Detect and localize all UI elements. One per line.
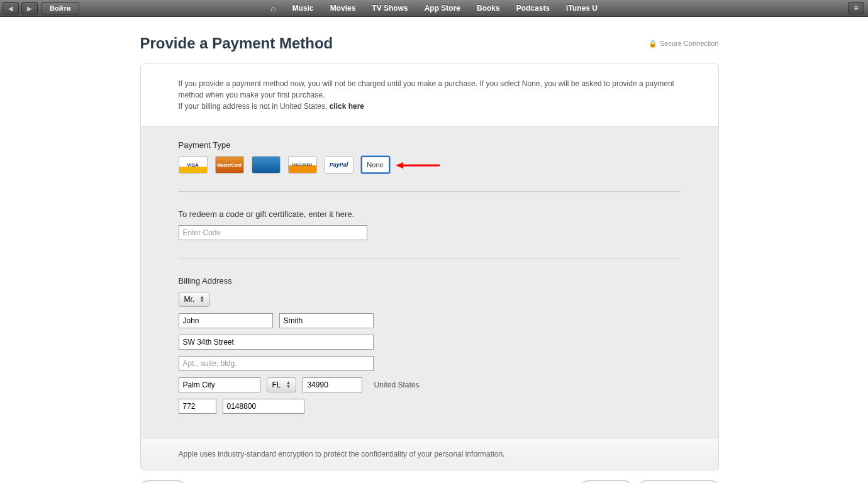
svg-marker-1 xyxy=(396,162,403,169)
last-name-input[interactable] xyxy=(279,313,374,328)
intro-line2-text: If your billing address is not in United… xyxy=(179,102,330,111)
intro-line1: If you provide a payment method now, you… xyxy=(179,78,681,101)
secure-connection-label: 🔒 Secure Connection xyxy=(648,40,719,48)
arrow-annotation-icon xyxy=(396,162,440,169)
salutation-value: Mr. xyxy=(184,295,195,304)
top-toolbar: ◀ ▶ Войти ⌂ Music Movies TV Shows App St… xyxy=(0,0,868,17)
apt-input[interactable] xyxy=(179,356,374,371)
payment-none[interactable]: None xyxy=(361,156,390,174)
payment-paypal[interactable]: PayPal xyxy=(325,156,353,174)
redeem-code-input[interactable] xyxy=(179,225,367,240)
divider xyxy=(179,258,681,258)
click-here-link[interactable]: click here xyxy=(330,102,364,111)
nav-appstore[interactable]: App Store xyxy=(425,4,460,13)
nav-podcasts[interactable]: Podcasts xyxy=(516,4,550,13)
back-button[interactable]: Back xyxy=(140,480,186,483)
first-name-input[interactable] xyxy=(179,313,273,328)
home-icon[interactable]: ⌂ xyxy=(270,3,275,13)
payment-visa[interactable]: VISA xyxy=(179,156,208,174)
login-button[interactable]: Войти xyxy=(42,2,79,14)
payment-amex[interactable] xyxy=(252,156,281,174)
form-body: Payment Type VISA MasterCard DISCOVER Pa… xyxy=(141,126,718,438)
page-title: Provide a Payment Method xyxy=(140,35,333,52)
nav-tvshows[interactable]: TV Shows xyxy=(372,4,408,13)
content-viewport: Provide a Payment Method 🔒 Secure Connec… xyxy=(0,17,859,483)
divider xyxy=(179,191,681,192)
intro-line2: If your billing address is not in United… xyxy=(179,101,681,112)
phone-area-input[interactable] xyxy=(179,399,216,414)
city-input[interactable] xyxy=(179,377,260,392)
action-bar: Back Cancel Create Apple ID xyxy=(140,480,719,483)
intro-text: If you provide a payment method now, you… xyxy=(141,64,718,126)
back-nav-button[interactable]: ◀ xyxy=(3,2,19,14)
billing-address-label: Billing Address xyxy=(179,276,681,286)
chevron-updown-icon: ▲▼ xyxy=(286,381,291,389)
zip-input[interactable] xyxy=(303,377,362,392)
nav-music[interactable]: Music xyxy=(292,4,314,13)
nav-center: ⌂ Music Movies TV Shows App Store Books … xyxy=(270,0,598,16)
payment-type-label: Payment Type xyxy=(179,140,681,150)
redeem-label: To redeem a code or gift certificate, en… xyxy=(179,209,681,219)
nav-itunesu[interactable]: iTunes U xyxy=(566,4,598,13)
chevron-updown-icon: ▲▼ xyxy=(199,296,204,303)
form-card: If you provide a payment method now, you… xyxy=(140,64,719,470)
menu-button[interactable]: ≡ xyxy=(848,2,864,14)
state-value: FL xyxy=(272,380,281,389)
secure-text: Secure Connection xyxy=(660,40,719,47)
salutation-select[interactable]: Mr. ▲▼ xyxy=(179,292,211,307)
nav-books[interactable]: Books xyxy=(477,4,500,13)
create-apple-id-button[interactable]: Create Apple ID xyxy=(638,480,719,483)
lock-icon: 🔒 xyxy=(648,40,657,48)
payment-options-row: VISA MasterCard DISCOVER PayPal None xyxy=(179,156,681,174)
street-input[interactable] xyxy=(179,335,374,350)
cancel-button[interactable]: Cancel xyxy=(581,480,632,483)
state-select[interactable]: FL ▲▼ xyxy=(267,377,297,392)
country-label: United States xyxy=(374,380,419,389)
payment-mastercard[interactable]: MasterCard xyxy=(215,156,244,174)
encryption-note: Apple uses industry-standard encryption … xyxy=(141,438,718,470)
forward-nav-button[interactable]: ▶ xyxy=(21,2,38,14)
phone-number-input[interactable] xyxy=(223,399,304,414)
nav-movies[interactable]: Movies xyxy=(330,4,356,13)
payment-discover[interactable]: DISCOVER xyxy=(288,156,317,174)
